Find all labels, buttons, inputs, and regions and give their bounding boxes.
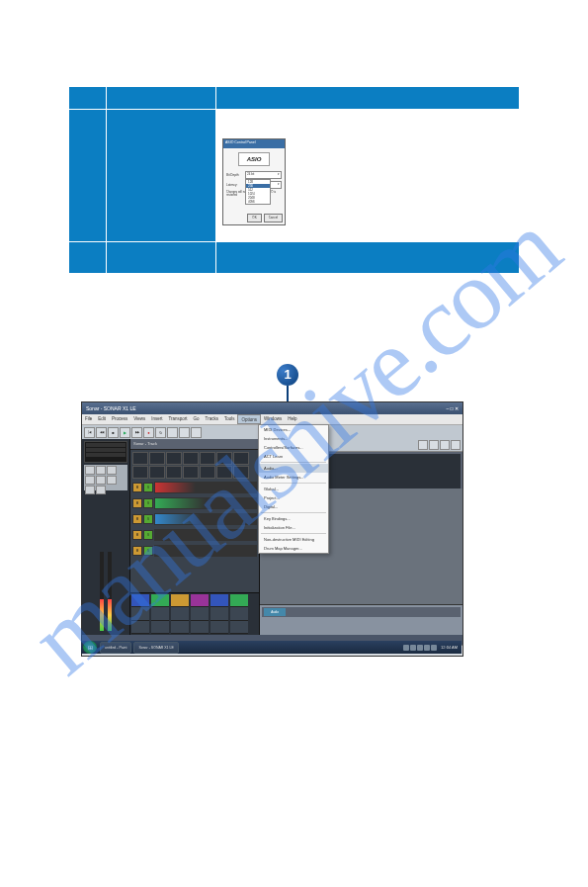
grid-cell[interactable] xyxy=(233,452,249,465)
start-button[interactable]: ⊞ xyxy=(83,641,97,654)
menu-nondestructive[interactable]: Non-destructive MIDI Editing xyxy=(259,535,328,544)
grid-cell[interactable] xyxy=(132,452,148,465)
grid-cell[interactable] xyxy=(183,466,199,479)
mini-button[interactable] xyxy=(85,476,95,485)
menu-options[interactable]: Options xyxy=(237,414,261,424)
grid-cell[interactable] xyxy=(166,452,182,465)
menu-controllers[interactable]: Controllers/Surfaces... xyxy=(259,443,328,452)
play-button[interactable] xyxy=(120,427,130,438)
clock[interactable]: 12:04 AM xyxy=(441,645,458,651)
tray-icon[interactable] xyxy=(410,645,416,651)
tray-icon[interactable] xyxy=(431,645,437,651)
toolbar-button[interactable] xyxy=(179,427,190,438)
options-menu[interactable]: MIDI Devices... Instruments... Controlle… xyxy=(258,424,329,554)
solo-button[interactable]: S xyxy=(143,530,153,540)
menu-insert[interactable]: Insert xyxy=(148,414,165,424)
forward-button[interactable] xyxy=(131,427,142,438)
bus-column[interactable] xyxy=(171,594,189,634)
bus-column[interactable] xyxy=(191,594,209,634)
record-button[interactable] xyxy=(143,427,154,438)
tray-icon[interactable] xyxy=(417,645,423,651)
menu-help[interactable]: Help xyxy=(285,414,299,424)
solo-button[interactable]: S xyxy=(143,498,153,508)
menu-views[interactable]: Views xyxy=(130,414,148,424)
toolbar-button[interactable] xyxy=(191,427,202,438)
mini-button[interactable] xyxy=(96,466,106,475)
cancel-button[interactable]: Cancel xyxy=(264,214,283,222)
track-row[interactable]: M S xyxy=(132,544,257,558)
grid-cell[interactable] xyxy=(216,466,232,479)
track-strip[interactable] xyxy=(154,545,257,557)
solo-button[interactable]: S xyxy=(143,483,153,492)
bus-track[interactable]: Audio xyxy=(262,607,461,617)
rewind-button[interactable] xyxy=(96,427,107,438)
toolbar-button[interactable] xyxy=(440,440,450,450)
taskbar-item[interactable]: untitled - Paint xyxy=(100,642,131,654)
bus-column[interactable] xyxy=(230,594,248,634)
track-strip[interactable] xyxy=(154,482,257,493)
toolbar-button[interactable] xyxy=(451,440,461,450)
grid-cell[interactable] xyxy=(166,466,182,479)
bus-column[interactable] xyxy=(210,594,228,634)
menu-global[interactable]: Global... xyxy=(259,485,328,493)
menu-go[interactable]: Go xyxy=(191,414,203,424)
windows-taskbar[interactable]: ⊞ untitled - Paint Sonar - SONAR X1 LE 1… xyxy=(81,641,462,654)
menu-audio[interactable]: Audio... xyxy=(259,464,328,473)
menu-midi-devices[interactable]: MIDI Devices... xyxy=(259,425,328,434)
stop-button[interactable] xyxy=(108,427,119,438)
rtz-button[interactable] xyxy=(84,427,95,438)
tray-icon[interactable] xyxy=(403,645,409,651)
mute-button[interactable]: M xyxy=(132,546,142,556)
menu-process[interactable]: Process xyxy=(109,414,130,424)
track-strip[interactable] xyxy=(154,529,257,541)
mute-button[interactable]: M xyxy=(132,514,142,524)
menu-drum-map[interactable]: Drum Map Manager... xyxy=(259,544,328,553)
menu-key-bindings[interactable]: Key Bindings... xyxy=(259,514,328,523)
tray-icon[interactable] xyxy=(424,645,430,651)
grid-cell[interactable] xyxy=(183,452,199,465)
mini-button[interactable] xyxy=(85,466,95,475)
grid-cell[interactable] xyxy=(132,466,148,479)
toolbar-button[interactable] xyxy=(418,440,428,450)
grid-cell[interactable] xyxy=(216,452,232,465)
track-row[interactable]: M S xyxy=(132,496,257,510)
menu-audio-meter[interactable]: Audio Meter Settings... xyxy=(259,473,328,482)
solo-button[interactable]: S xyxy=(143,514,153,524)
menu-instruments[interactable]: Instruments... xyxy=(259,434,328,443)
track-row[interactable]: M S xyxy=(132,512,257,526)
menu-edit[interactable]: Edit xyxy=(95,414,109,424)
mute-button[interactable]: M xyxy=(132,530,142,540)
grid-cell[interactable] xyxy=(200,452,215,465)
menu-tools[interactable]: Tools xyxy=(221,414,238,424)
bus-column[interactable] xyxy=(151,594,169,634)
taskbar-item[interactable]: Sonar - SONAR X1 LE xyxy=(133,642,178,654)
menu-init-file[interactable]: Initialization File... xyxy=(259,523,328,532)
toolbar-button[interactable] xyxy=(429,440,439,450)
mute-button[interactable]: M xyxy=(132,498,142,508)
mini-button[interactable] xyxy=(107,466,117,475)
menu-file[interactable]: File xyxy=(82,414,95,424)
menu-project[interactable]: Project... xyxy=(259,493,328,502)
mute-button[interactable]: M xyxy=(132,483,142,492)
toolbar-button[interactable] xyxy=(167,427,178,438)
bus-column[interactable] xyxy=(131,594,149,634)
latency-dropdown-list[interactable]: 128 256 512 1024 2048 4096 xyxy=(245,179,271,205)
track-row[interactable]: M S xyxy=(132,528,257,542)
menu-tracks[interactable]: Tracks xyxy=(203,414,221,424)
menu-windows[interactable]: Windows xyxy=(261,414,285,424)
bitdepth-select[interactable]: 24 bit xyxy=(245,171,282,179)
track-strip[interactable] xyxy=(154,513,257,525)
window-controls[interactable]: – □ ✕ xyxy=(446,402,459,414)
mini-button[interactable] xyxy=(107,476,117,485)
mini-button[interactable] xyxy=(96,476,106,485)
latency-option[interactable]: 4096 xyxy=(246,200,270,204)
grid-cell[interactable] xyxy=(233,466,249,479)
menu-digital[interactable]: Digital... xyxy=(259,502,328,511)
loop-button[interactable] xyxy=(155,427,166,438)
solo-button[interactable]: S xyxy=(143,546,153,556)
track-strip[interactable] xyxy=(154,497,257,509)
ok-button[interactable]: OK xyxy=(247,214,261,222)
track-row[interactable]: M S xyxy=(132,481,257,494)
grid-cell[interactable] xyxy=(149,452,165,465)
menu-act-learn[interactable]: ACT Learn xyxy=(259,452,328,461)
